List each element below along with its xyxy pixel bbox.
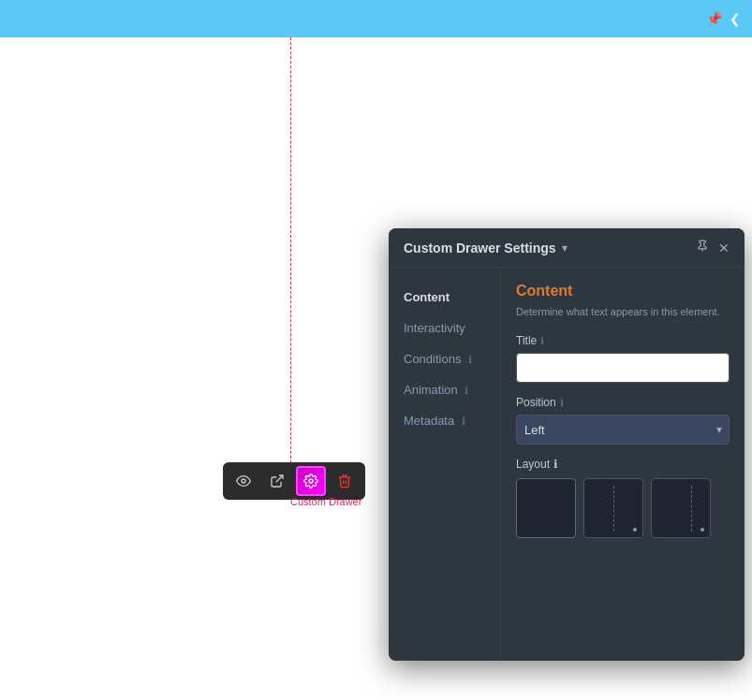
panel-header-actions: ✕ — [696, 240, 730, 255]
nav-item-animation[interactable]: Animation ℹ — [389, 375, 500, 404]
title-info-icon: ℹ — [540, 335, 544, 347]
element-toolbar — [223, 462, 365, 500]
visibility-button[interactable] — [229, 466, 258, 496]
content-section-title: Content — [516, 283, 730, 299]
svg-line-1 — [276, 475, 283, 482]
layout-dot-2 — [700, 528, 704, 532]
pin-icon[interactable]: 📌 — [706, 11, 722, 26]
title-input[interactable] — [516, 353, 730, 383]
layout-option-1[interactable] — [516, 478, 576, 538]
position-info-icon: ℹ — [560, 397, 564, 409]
nav-item-content[interactable]: Content — [389, 283, 500, 312]
red-divider-line — [290, 37, 291, 487]
layout-center-divider — [613, 486, 614, 532]
panel-close-icon[interactable]: ✕ — [718, 241, 730, 255]
panel-dropdown-icon[interactable]: ▾ — [562, 241, 568, 255]
delete-button[interactable] — [330, 466, 360, 496]
layout-option-3[interactable] — [651, 478, 711, 538]
svg-point-0 — [242, 479, 245, 483]
collapse-icon[interactable]: ❮ — [730, 11, 741, 26]
title-field-label: Title ℹ — [516, 334, 730, 347]
position-field-label: Position ℹ — [516, 396, 730, 409]
metadata-info-icon: ℹ — [462, 416, 465, 427]
layout-options — [516, 478, 730, 538]
animation-info-icon: ℹ — [464, 385, 468, 396]
panel-title: Custom Drawer Settings — [404, 241, 556, 255]
layout-option-2[interactable] — [583, 478, 643, 538]
position-select-wrapper: Left ▾ — [516, 415, 730, 445]
panel-header: Custom Drawer Settings ▾ ✕ — [389, 228, 745, 268]
svg-point-2 — [309, 479, 313, 483]
nav-item-conditions[interactable]: Conditions ℹ — [389, 344, 500, 373]
nav-item-interactivity[interactable]: Interactivity — [389, 314, 500, 343]
panel-content-area: Content Determine what text appears in t… — [501, 268, 745, 661]
conditions-info-icon: ℹ — [468, 354, 472, 365]
top-bar: 📌 ❮ — [0, 0, 752, 37]
settings-panel: Custom Drawer Settings ▾ ✕ Content Inter… — [389, 228, 745, 661]
panel-title-group: Custom Drawer Settings ▾ — [404, 241, 568, 255]
external-link-button[interactable] — [262, 466, 292, 496]
layout-info-icon: ℹ — [553, 458, 558, 471]
toolbar-element-label: Custom Drawer — [290, 496, 361, 507]
content-description: Determine what text appears in this elem… — [516, 305, 730, 319]
nav-item-metadata[interactable]: Metadata ℹ — [389, 406, 500, 435]
position-select[interactable]: Left — [516, 415, 730, 445]
layout-right-divider — [691, 486, 692, 532]
panel-nav: Content Interactivity Conditions ℹ Anima… — [389, 268, 501, 661]
layout-field-label: Layout ℹ — [516, 458, 730, 471]
panel-body: Content Interactivity Conditions ℹ Anima… — [389, 268, 745, 661]
panel-pin-icon[interactable] — [696, 240, 709, 255]
layout-dot-1 — [633, 528, 637, 532]
settings-button[interactable] — [296, 466, 326, 496]
